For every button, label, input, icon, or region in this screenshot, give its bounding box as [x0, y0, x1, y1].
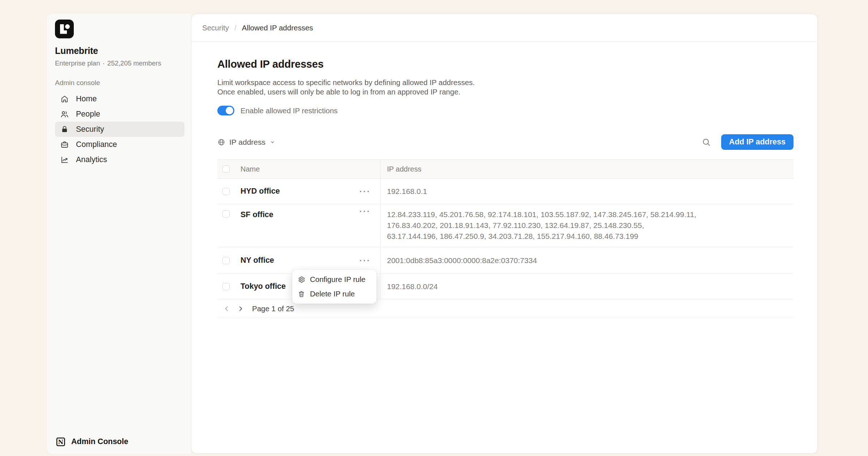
menu-item-label: Delete IP rule — [310, 290, 355, 298]
gear-icon — [298, 276, 305, 283]
sidebar-nav: Home People Security Compliance Analytic… — [55, 91, 184, 167]
admin-console-logo-icon: N — [55, 436, 66, 447]
menu-item-delete-ip-rule[interactable]: Delete IP rule — [292, 287, 376, 301]
menu-item-configure-ip-rule[interactable]: Configure IP rule — [292, 272, 376, 287]
member-count: 252,205 members — [107, 59, 161, 67]
row-menu-icon[interactable] — [359, 259, 369, 262]
ip-restrictions-toggle[interactable] — [217, 106, 234, 115]
briefcase-icon — [60, 140, 69, 149]
page-description-line2: Once enabled, users will only be able to… — [217, 87, 793, 97]
breadcrumb-separator: / — [234, 24, 237, 32]
table-toolbar: IP address Add IP address — [217, 134, 793, 150]
row-menu-icon[interactable] — [359, 190, 369, 193]
row-checkbox[interactable] — [222, 257, 230, 264]
sidebar-item-compliance[interactable]: Compliance — [55, 137, 184, 152]
sidebar-item-label: Analytics — [76, 155, 107, 164]
sidebar-item-analytics[interactable]: Analytics — [55, 152, 184, 167]
chevron-down-icon — [269, 139, 276, 145]
main-panel: Security / Allowed IP addresses Allowed … — [191, 14, 818, 454]
row-context-menu: Configure IP rule Delete IP rule — [292, 270, 376, 304]
toggle-label: Enable allowed IP restrictions — [241, 106, 338, 115]
page-title: Allowed IP addresses — [217, 58, 793, 70]
table-row: SF office 12.84.233.119, 45.201.76.58, 9… — [217, 204, 793, 247]
pagination-label: Page 1 of 25 — [252, 304, 294, 313]
rule-name: Tokyo office — [241, 282, 286, 291]
select-all-checkbox[interactable] — [222, 165, 230, 173]
globe-icon — [217, 138, 225, 146]
rule-name: SF office — [241, 210, 273, 219]
table-header-row: Name IP address — [217, 159, 793, 179]
breadcrumb-current: Allowed IP addresses — [242, 24, 313, 32]
rule-ip: 2001:0db8:85a3:0000:0000:8a2e:0370:7334 — [387, 255, 793, 266]
filter-label: IP address — [229, 138, 265, 147]
sidebar-item-label: People — [76, 110, 100, 119]
home-icon — [60, 94, 69, 104]
table-row: HYD office 192.168.0.1 — [217, 179, 793, 204]
row-checkbox[interactable] — [222, 210, 230, 218]
next-page-icon[interactable] — [235, 304, 246, 314]
rule-name: NY office — [241, 256, 274, 265]
svg-text:N: N — [58, 439, 64, 446]
sidebar: Lumebrite Enterprise plan·252,205 member… — [47, 14, 191, 454]
workspace-logo — [55, 20, 74, 38]
admin-console-label: Admin Console — [71, 437, 128, 446]
ip-address-filter[interactable]: IP address — [217, 138, 276, 147]
row-checkbox[interactable] — [222, 188, 230, 195]
page-description-line1: Limit workspace access to specific netwo… — [217, 78, 793, 87]
page-description: Limit workspace access to specific netwo… — [217, 78, 793, 97]
toggle-knob — [226, 107, 233, 114]
rule-ip: 12.84.233.119, 45.201.76.58, 92.174.18.1… — [387, 209, 793, 220]
rule-ip: 192.168.0.1 — [387, 186, 793, 197]
rule-ip: 63.17.144.196, 186.47.250.9, 34.203.71.2… — [387, 231, 793, 242]
sidebar-item-people[interactable]: People — [55, 106, 184, 122]
workspace-logo-icon — [55, 20, 74, 38]
ip-restrictions-toggle-row: Enable allowed IP restrictions — [217, 106, 793, 115]
sidebar-item-security[interactable]: Security — [55, 122, 184, 137]
rule-ip: 192.168.0.0/24 — [387, 281, 793, 292]
trash-icon — [298, 290, 305, 298]
people-icon — [60, 110, 69, 119]
column-header-name: Name — [241, 165, 260, 173]
row-menu-icon[interactable] — [359, 210, 369, 212]
plan-separator: · — [102, 59, 105, 67]
row-checkbox[interactable] — [222, 283, 230, 290]
workspace-plan-info: Enterprise plan·252,205 members — [55, 59, 191, 67]
analytics-icon — [60, 155, 69, 164]
workspace-name: Lumebrite — [55, 46, 191, 56]
rule-ip: 176.83.40.202, 201.18.91.143, 77.92.110.… — [387, 220, 793, 231]
menu-item-label: Configure IP rule — [310, 275, 365, 284]
add-ip-address-button[interactable]: Add IP address — [721, 134, 793, 150]
previous-page-icon[interactable] — [222, 304, 232, 314]
sidebar-item-label: Security — [76, 125, 104, 134]
sidebar-item-label: Compliance — [76, 140, 117, 149]
search-icon[interactable] — [702, 138, 711, 147]
sidebar-section-label: Admin console — [55, 79, 191, 87]
sidebar-footer[interactable]: N Admin Console — [55, 436, 128, 447]
sidebar-item-home[interactable]: Home — [55, 91, 184, 106]
column-header-ip: IP address — [387, 165, 421, 173]
page-content: Allowed IP addresses Limit workspace acc… — [191, 58, 817, 318]
plan-label: Enterprise plan — [55, 59, 100, 67]
breadcrumb-parent[interactable]: Security — [202, 24, 229, 32]
sidebar-item-label: Home — [76, 94, 97, 104]
rule-name: HYD office — [241, 187, 280, 196]
lock-icon — [60, 125, 69, 134]
breadcrumb: Security / Allowed IP addresses — [191, 14, 817, 42]
